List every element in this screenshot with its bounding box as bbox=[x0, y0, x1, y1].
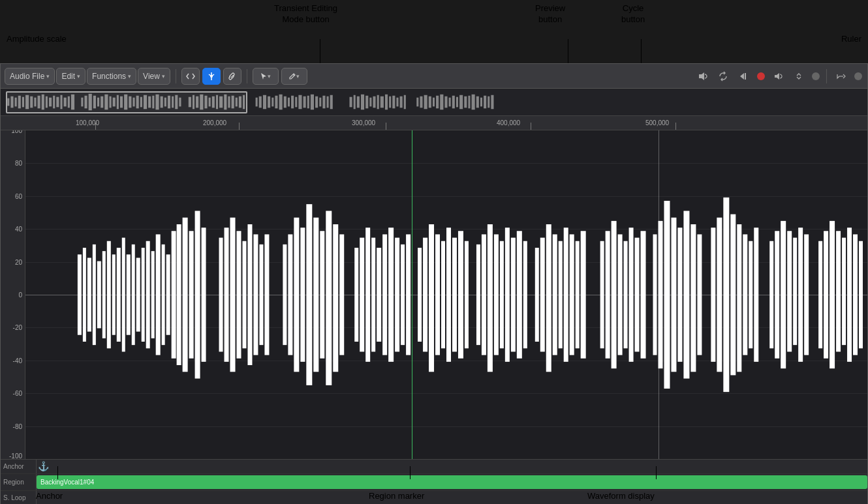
edit-menu[interactable]: Edit ▾ bbox=[56, 68, 85, 85]
sloop-content[interactable] bbox=[37, 491, 867, 504]
svg-rect-116 bbox=[468, 96, 470, 109]
amp-80: 80 bbox=[15, 160, 22, 167]
svg-rect-227 bbox=[754, 228, 758, 362]
waveform-canvas[interactable] bbox=[25, 130, 867, 459]
svg-rect-226 bbox=[749, 241, 752, 349]
svg-rect-220 bbox=[711, 228, 715, 362]
expand-button[interactable] bbox=[832, 68, 850, 85]
region-content[interactable]: BackingVocal1#04 bbox=[37, 474, 867, 490]
pitch-button[interactable] bbox=[790, 68, 808, 85]
record-button[interactable] bbox=[757, 72, 765, 80]
anchor-content[interactable]: ⚓ bbox=[37, 460, 867, 473]
ruler-200k: 200,000 bbox=[203, 119, 226, 126]
view-chevron: ▾ bbox=[162, 73, 165, 80]
svg-rect-87 bbox=[330, 95, 333, 109]
svg-rect-101 bbox=[400, 96, 403, 108]
svg-rect-76 bbox=[288, 98, 290, 107]
overview-bar[interactable] bbox=[1, 89, 867, 116]
preview-button[interactable] bbox=[693, 68, 711, 85]
svg-rect-242 bbox=[859, 241, 863, 349]
svg-rect-241 bbox=[853, 234, 858, 355]
svg-rect-210 bbox=[635, 238, 640, 352]
volume-button[interactable] bbox=[769, 68, 787, 85]
pointer-chevron: ▾ bbox=[268, 73, 271, 80]
svg-rect-113 bbox=[456, 97, 458, 108]
cycle-button[interactable] bbox=[714, 68, 732, 85]
ruler-label-top: Ruler bbox=[841, 34, 861, 44]
preview-button-line bbox=[568, 39, 568, 63]
svg-rect-92 bbox=[365, 96, 368, 109]
amp-100: 100 bbox=[11, 130, 22, 134]
svg-rect-196 bbox=[540, 238, 545, 352]
overview-selection[interactable] bbox=[6, 91, 247, 113]
svg-rect-144 bbox=[183, 218, 188, 372]
cycle-button-line bbox=[641, 39, 642, 63]
pencil-tool[interactable]: ▾ bbox=[281, 68, 307, 85]
anchor-label: Anchor bbox=[1, 460, 37, 473]
svg-rect-74 bbox=[279, 95, 283, 110]
functions-menu[interactable]: Functions ▾ bbox=[87, 68, 136, 85]
svg-rect-154 bbox=[253, 234, 258, 355]
code-button[interactable] bbox=[181, 68, 200, 85]
svg-rect-136 bbox=[142, 248, 145, 342]
svg-rect-219 bbox=[697, 234, 702, 355]
ruler-400k: 400,000 bbox=[497, 119, 520, 126]
svg-rect-197 bbox=[546, 224, 551, 372]
region-bar[interactable]: BackingVocal1#04 bbox=[37, 475, 867, 489]
svg-marker-4 bbox=[699, 72, 704, 80]
svg-rect-147 bbox=[202, 228, 206, 362]
amp-0: 0 bbox=[18, 291, 22, 299]
amp-40: 40 bbox=[15, 226, 22, 233]
amp-minus100: -100 bbox=[9, 452, 22, 459]
svg-rect-148 bbox=[219, 238, 223, 352]
svg-rect-237 bbox=[829, 221, 835, 368]
svg-rect-123 bbox=[78, 254, 82, 334]
pointer-tool[interactable]: ▾ bbox=[253, 68, 279, 85]
amp-60: 60 bbox=[15, 192, 22, 200]
svg-rect-212 bbox=[653, 234, 657, 355]
svg-rect-114 bbox=[459, 95, 463, 109]
svg-rect-109 bbox=[440, 95, 443, 110]
svg-rect-214 bbox=[664, 201, 670, 389]
pencil-icon bbox=[288, 72, 296, 80]
svg-rect-169 bbox=[365, 228, 370, 362]
volume-icon bbox=[773, 72, 783, 81]
svg-rect-172 bbox=[382, 234, 387, 355]
sep3 bbox=[826, 69, 827, 83]
svg-rect-150 bbox=[230, 218, 236, 372]
svg-rect-108 bbox=[436, 96, 439, 109]
svg-rect-99 bbox=[392, 96, 395, 109]
svg-rect-112 bbox=[452, 96, 455, 109]
rewind-icon bbox=[739, 72, 749, 81]
file-menu-group: Audio File ▾ Edit ▾ Functions ▾ View ▾ bbox=[5, 68, 170, 85]
svg-marker-7 bbox=[775, 73, 779, 80]
svg-rect-105 bbox=[424, 95, 427, 109]
svg-rect-84 bbox=[319, 98, 321, 107]
svg-rect-86 bbox=[327, 96, 329, 108]
svg-rect-91 bbox=[361, 95, 364, 110]
svg-rect-206 bbox=[612, 221, 617, 368]
svg-rect-165 bbox=[333, 224, 338, 372]
svg-rect-198 bbox=[553, 234, 557, 355]
ruler-bar: 100,000 200,000 300,000 400,000 500,000 bbox=[1, 116, 867, 130]
svg-rect-102 bbox=[404, 95, 406, 109]
svg-rect-223 bbox=[730, 215, 736, 376]
svg-rect-231 bbox=[787, 231, 792, 351]
svg-rect-158 bbox=[288, 234, 292, 355]
link-button[interactable] bbox=[223, 68, 241, 85]
rewind-button[interactable] bbox=[735, 68, 753, 85]
svg-rect-73 bbox=[275, 96, 277, 109]
svg-rect-229 bbox=[775, 231, 779, 358]
audio-file-menu[interactable]: Audio File ▾ bbox=[5, 68, 55, 85]
svg-rect-177 bbox=[418, 248, 422, 342]
svg-rect-201 bbox=[570, 234, 574, 355]
view-menu[interactable]: View ▾ bbox=[138, 68, 170, 85]
svg-rect-159 bbox=[294, 218, 299, 372]
transient-editing-button[interactable] bbox=[202, 68, 221, 85]
svg-rect-190 bbox=[500, 241, 504, 349]
svg-rect-137 bbox=[146, 241, 150, 349]
svg-rect-195 bbox=[535, 248, 539, 342]
svg-rect-79 bbox=[298, 95, 302, 109]
pointer-icon bbox=[260, 72, 268, 80]
svg-rect-203 bbox=[581, 231, 586, 358]
